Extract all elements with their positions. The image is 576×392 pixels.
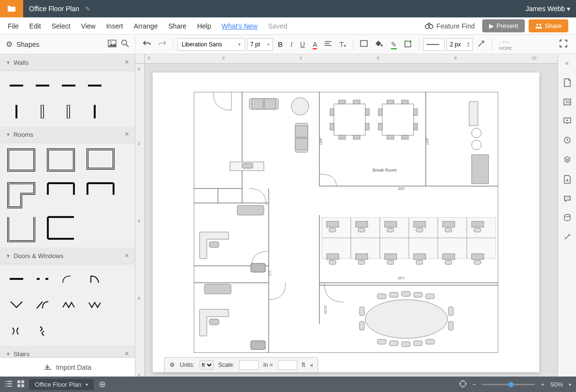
- category-doors-windows[interactable]: ▼Doors & Windows×: [0, 247, 135, 264]
- menu-whats-new[interactable]: What's New: [222, 22, 258, 30]
- comments-icon[interactable]: [563, 195, 571, 204]
- door-shape[interactable]: [7, 269, 26, 289]
- data-icon[interactable]: [563, 175, 571, 186]
- document-icon[interactable]: [563, 78, 571, 89]
- layers-icon[interactable]: [563, 156, 571, 165]
- wall-shape[interactable]: [33, 76, 52, 95]
- zoom-in-icon[interactable]: +: [541, 381, 545, 388]
- add-page-button[interactable]: ⊕: [99, 379, 106, 390]
- canvas[interactable]: Break Room 45'3" 45'2" 39'4" 39'4" 14'4"…: [145, 64, 558, 377]
- wall-shape[interactable]: [59, 76, 78, 95]
- line-width-select[interactable]: 2 px▴▾: [446, 38, 473, 51]
- room-shape[interactable]: [46, 182, 79, 209]
- quotes-icon[interactable]: 99: [563, 99, 571, 107]
- room-l-shape[interactable]: [7, 182, 40, 209]
- category-walls[interactable]: ▼Walls×: [0, 54, 135, 71]
- page[interactable]: Break Room 45'3" 45'2" 39'4" 39'4" 14'4"…: [153, 73, 539, 372]
- grid-view-icon[interactable]: [17, 380, 24, 389]
- share-button[interactable]: Share: [529, 19, 568, 32]
- ruler-horizontal[interactable]: 0 2 4 6 8 10: [145, 54, 558, 64]
- door-shape[interactable]: [85, 295, 104, 315]
- line-arrow-button[interactable]: [475, 38, 488, 51]
- door-shape[interactable]: [85, 269, 104, 289]
- scale-input-2[interactable]: [278, 360, 297, 370]
- fill-button[interactable]: [373, 38, 386, 51]
- room-shape[interactable]: [86, 182, 119, 209]
- align-button[interactable]: [322, 39, 334, 50]
- shape-options-button[interactable]: [402, 38, 415, 51]
- room-shape[interactable]: [46, 216, 79, 243]
- close-icon[interactable]: ×: [125, 58, 129, 67]
- page-tab[interactable]: Office Floor Plan▾: [29, 379, 94, 390]
- search-icon[interactable]: [121, 40, 129, 49]
- text-color-button[interactable]: A: [310, 39, 320, 50]
- redo-button[interactable]: [156, 38, 169, 50]
- gear-icon[interactable]: ⚙: [6, 40, 13, 49]
- menu-file[interactable]: File: [8, 22, 19, 30]
- menu-insert[interactable]: Insert: [106, 22, 123, 30]
- line-style-select[interactable]: [423, 38, 445, 51]
- zoom-slider[interactable]: [482, 384, 535, 385]
- pencil-icon[interactable]: ✎: [85, 5, 90, 13]
- list-view-icon[interactable]: [5, 380, 13, 389]
- wall-shape[interactable]: [85, 76, 104, 95]
- shape-button[interactable]: [357, 38, 371, 50]
- zoom-out-icon[interactable]: −: [473, 381, 476, 388]
- wall-shape[interactable]: [7, 76, 26, 95]
- underline-button[interactable]: U: [297, 39, 308, 50]
- menu-help[interactable]: Help: [197, 22, 211, 30]
- user-menu[interactable]: James Webb ▾: [520, 5, 576, 13]
- floor-plan[interactable]: Break Room 45'3" 45'2" 39'4" 39'4" 14'4"…: [194, 92, 498, 353]
- presentation-icon[interactable]: [563, 117, 571, 127]
- text-options-button[interactable]: T◂: [336, 39, 349, 50]
- door-shape[interactable]: [33, 295, 52, 315]
- line-color-button[interactable]: ✎: [388, 39, 400, 50]
- menu-arrange[interactable]: Arrange: [134, 22, 158, 30]
- more-button[interactable]: ⋯MORE: [499, 38, 512, 51]
- wall-shape[interactable]: [85, 102, 104, 121]
- database-icon[interactable]: [563, 214, 571, 223]
- image-icon[interactable]: [108, 40, 116, 49]
- scale-input-1[interactable]: [239, 360, 259, 370]
- folder-icon[interactable]: [0, 0, 23, 17]
- door-shape[interactable]: [59, 269, 78, 289]
- bold-button[interactable]: B: [275, 39, 286, 50]
- document-title[interactable]: Office Floor Plan: [23, 5, 85, 13]
- undo-button[interactable]: [140, 38, 154, 50]
- room-u-shape[interactable]: [7, 216, 40, 243]
- collapse-icon[interactable]: ◂: [310, 362, 313, 368]
- door-shape[interactable]: [7, 321, 26, 341]
- close-icon[interactable]: ×: [125, 251, 129, 260]
- wall-shape[interactable]: [7, 102, 26, 121]
- history-icon[interactable]: [563, 136, 571, 146]
- door-shape[interactable]: [7, 295, 26, 315]
- magic-icon[interactable]: [563, 233, 571, 243]
- door-shape[interactable]: [33, 269, 52, 289]
- wall-shape[interactable]: [59, 102, 78, 121]
- units-select[interactable]: ft: [200, 360, 214, 370]
- room-shape[interactable]: [7, 148, 40, 175]
- menu-select[interactable]: Select: [52, 22, 71, 30]
- collapse-panel-icon[interactable]: «: [563, 57, 571, 69]
- menu-share[interactable]: Share: [169, 22, 187, 30]
- font-size-select[interactable]: 7 pt▾: [247, 38, 273, 51]
- category-rooms[interactable]: ▼Rooms×: [0, 126, 135, 143]
- import-data-button[interactable]: Import Data: [0, 357, 135, 377]
- units-bar[interactable]: ⚙ Units: ft Scale: in = ft ◂: [164, 357, 318, 373]
- zoom-level[interactable]: 50%: [550, 381, 563, 388]
- menu-edit[interactable]: Edit: [29, 22, 41, 30]
- gear-icon[interactable]: ⚙: [170, 362, 175, 368]
- room-shape[interactable]: [86, 148, 119, 175]
- close-icon[interactable]: ×: [125, 130, 129, 139]
- feature-find[interactable]: Feature Find: [425, 22, 475, 30]
- zoom-dropdown[interactable]: ▾: [569, 382, 571, 387]
- menu-view[interactable]: View: [81, 22, 96, 30]
- target-icon[interactable]: [459, 380, 467, 389]
- fullscreen-button[interactable]: [560, 40, 567, 49]
- present-button[interactable]: ▶ Present: [482, 19, 525, 32]
- door-shape[interactable]: [33, 321, 52, 341]
- ruler-vertical[interactable]: 0 2 4 6 8: [135, 64, 145, 377]
- wall-shape[interactable]: [33, 102, 52, 121]
- room-shape[interactable]: [46, 148, 79, 175]
- italic-button[interactable]: I: [288, 39, 295, 50]
